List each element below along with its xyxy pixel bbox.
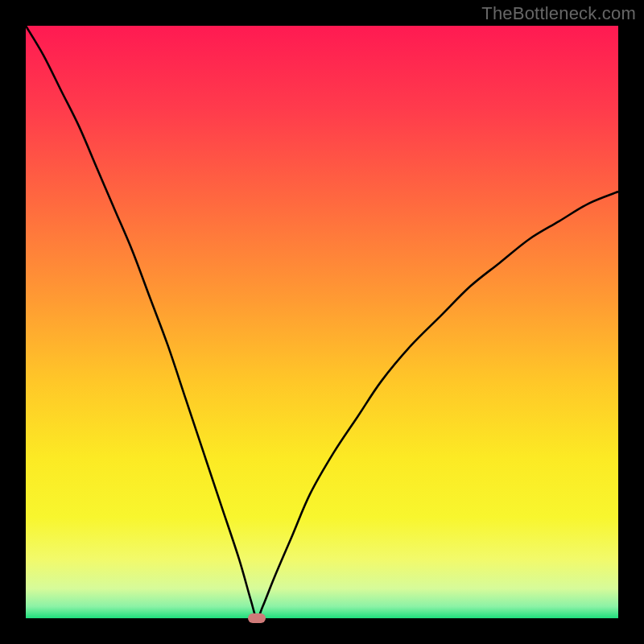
watermark-text: TheBottleneck.com [481, 3, 636, 24]
chart-frame: TheBottleneck.com [0, 0, 644, 644]
optimum-marker [248, 613, 266, 623]
curve-path [26, 26, 618, 618]
bottleneck-curve [26, 26, 618, 618]
